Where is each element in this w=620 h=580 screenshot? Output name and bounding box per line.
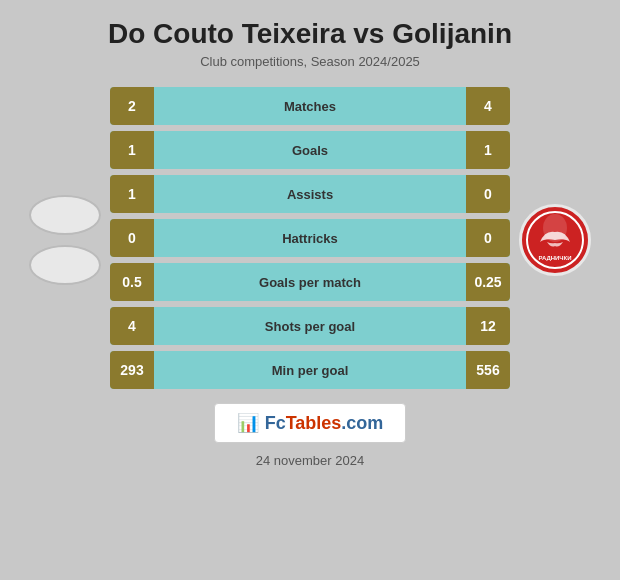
stat-label: Assists: [154, 187, 466, 202]
brand-box: 📊 FcTables.com: [214, 403, 407, 443]
stat-right-value: 0: [466, 219, 510, 257]
stat-right-value: 0: [466, 175, 510, 213]
stat-label: Goals per match: [154, 275, 466, 290]
stat-row: 0.5Goals per match0.25: [110, 263, 510, 301]
stat-row: 0Hattricks0: [110, 219, 510, 257]
stat-right-value: 1: [466, 131, 510, 169]
svg-text:РАДНИЧКИ: РАДНИЧКИ: [538, 255, 571, 261]
stat-row: 1Goals1: [110, 131, 510, 169]
stat-label: Hattricks: [154, 231, 466, 246]
footer-date: 24 november 2024: [256, 453, 364, 468]
right-team-avatar: РАДНИЧКИ: [510, 200, 600, 276]
left-avatar-ellipse-1: [29, 195, 101, 235]
left-team-avatar: [20, 191, 110, 285]
stat-left-value: 293: [110, 351, 154, 389]
stat-label: Shots per goal: [154, 319, 466, 334]
brand-text: FcTables.com: [265, 413, 384, 434]
brand-icon: 📊: [237, 412, 259, 434]
stat-label: Goals: [154, 143, 466, 158]
stat-right-value: 4: [466, 87, 510, 125]
page-title: Do Couto Teixeira vs Golijanin: [108, 18, 512, 50]
stat-label: Matches: [154, 99, 466, 114]
stats-rows: 2Matches41Goals11Assists00Hattricks00.5G…: [110, 87, 510, 389]
stat-right-value: 0.25: [466, 263, 510, 301]
stat-row: 2Matches4: [110, 87, 510, 125]
stat-left-value: 1: [110, 131, 154, 169]
stat-right-value: 12: [466, 307, 510, 345]
stat-left-value: 4: [110, 307, 154, 345]
right-team-logo: РАДНИЧКИ: [519, 204, 591, 276]
left-avatar-ellipse-2: [29, 245, 101, 285]
stat-left-value: 0: [110, 219, 154, 257]
page-subtitle: Club competitions, Season 2024/2025: [200, 54, 420, 69]
stat-row: 4Shots per goal12: [110, 307, 510, 345]
stat-left-value: 1: [110, 175, 154, 213]
stat-label: Min per goal: [154, 363, 466, 378]
stat-row: 1Assists0: [110, 175, 510, 213]
stat-right-value: 556: [466, 351, 510, 389]
stat-left-value: 2: [110, 87, 154, 125]
stat-row: 293Min per goal556: [110, 351, 510, 389]
stat-left-value: 0.5: [110, 263, 154, 301]
